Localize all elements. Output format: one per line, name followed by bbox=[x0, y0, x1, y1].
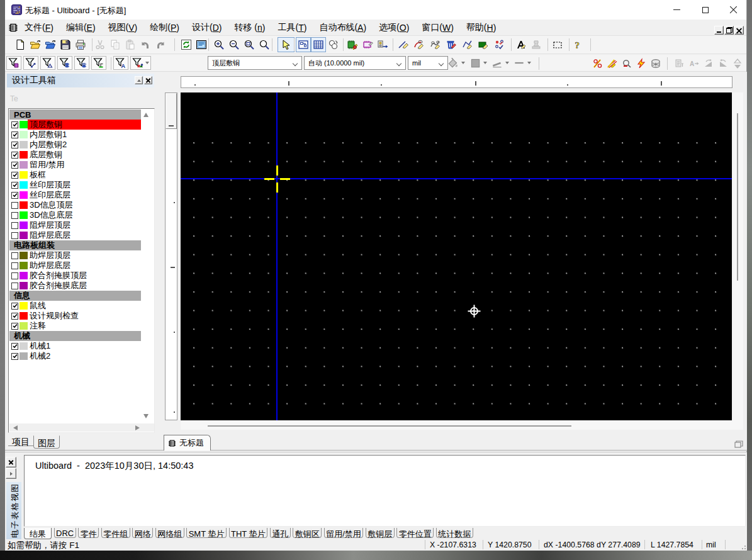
filter-text-button[interactable] bbox=[113, 56, 128, 70]
checkbox-unchecked[interactable] bbox=[11, 272, 18, 279]
menu-工具T[interactable]: 工具(T) bbox=[271, 20, 313, 35]
spreadsheet-tab-零件组[interactable]: 零件组 bbox=[101, 528, 130, 538]
rotate-cw-button[interactable] bbox=[701, 56, 716, 71]
draw-line-button[interactable] bbox=[395, 37, 412, 52]
toolbox-tab-项目[interactable]: 项目 bbox=[8, 435, 33, 446]
resize-grip[interactable] bbox=[739, 543, 746, 549]
mdi-minimize-button[interactable] bbox=[714, 26, 724, 35]
checkbox-unchecked[interactable] bbox=[11, 262, 18, 269]
layer-row[interactable]: 顶层敷铜 bbox=[9, 120, 141, 130]
trace-rules-button[interactable] bbox=[605, 56, 619, 71]
minimize-button[interactable] bbox=[663, 0, 691, 20]
menu-帮助H[interactable]: 帮助(H) bbox=[460, 20, 502, 35]
zoom-full-button[interactable] bbox=[257, 37, 272, 52]
unit-select[interactable]: mil bbox=[408, 56, 448, 70]
spreadsheet-tab-SMT 垫片[interactable]: SMT 垫片 bbox=[186, 528, 227, 538]
spreadsheet-tab-网络[interactable]: 网络 bbox=[132, 528, 153, 538]
checkbox-unchecked[interactable] bbox=[11, 252, 18, 259]
spreadsheet-tab-敷铜层[interactable]: 敷铜层 bbox=[366, 528, 395, 538]
ruler-origin-box[interactable] bbox=[166, 93, 177, 129]
checkbox-checked[interactable] bbox=[11, 152, 18, 159]
flip-vertical-button[interactable] bbox=[730, 56, 744, 71]
filter-traces-button[interactable] bbox=[23, 56, 38, 70]
checkbox-checked[interactable] bbox=[11, 353, 18, 360]
selection-rectangle-button[interactable] bbox=[550, 37, 565, 52]
pcb-view-button[interactable] bbox=[296, 37, 311, 52]
menu-文件F[interactable]: 文件(F) bbox=[18, 20, 60, 35]
scroll-down-icon[interactable] bbox=[143, 414, 149, 418]
layer-row[interactable]: 内层敷铜2 bbox=[9, 140, 141, 150]
autoroute-button[interactable] bbox=[634, 56, 648, 71]
scroll-up-icon[interactable] bbox=[143, 113, 149, 117]
filter-graphics-button[interactable] bbox=[130, 56, 151, 70]
spreadsheet-tab-统计数据[interactable]: 统计数据 bbox=[436, 528, 473, 538]
zoom-out-button[interactable] bbox=[227, 37, 242, 52]
checkbox-unchecked[interactable] bbox=[11, 222, 18, 229]
layer-row[interactable]: 板框 bbox=[9, 170, 141, 180]
maximize-button[interactable] bbox=[691, 0, 719, 20]
rotate-ccw-button[interactable] bbox=[716, 56, 730, 71]
menu-视图V[interactable]: 视图(V) bbox=[102, 20, 144, 35]
draw-polygon-button[interactable] bbox=[476, 37, 492, 52]
checkbox-checked[interactable] bbox=[11, 182, 18, 189]
spreadsheet-tab-敷铜区[interactable]: 敷铜区 bbox=[293, 528, 322, 538]
menu-设计D[interactable]: 设计(D) bbox=[186, 20, 228, 35]
draw-arc-button[interactable] bbox=[412, 37, 428, 52]
draw-polyline-button[interactable] bbox=[459, 37, 476, 52]
spreadsheet-tab-通孔[interactable]: 通孔 bbox=[270, 528, 291, 538]
spreadsheet-tab-零件位置[interactable]: 零件位置 bbox=[396, 528, 434, 538]
layer-row[interactable]: 丝印层底层 bbox=[9, 190, 141, 200]
open-samples-button[interactable] bbox=[43, 37, 58, 52]
checkbox-checked[interactable] bbox=[11, 323, 18, 330]
part-wizard-button[interactable] bbox=[345, 37, 360, 52]
filter-vias-bottom-button[interactable] bbox=[74, 56, 89, 70]
mdi-restore-button[interactable] bbox=[724, 26, 734, 35]
layer-row[interactable]: 阻焊层顶层 bbox=[9, 220, 141, 230]
menu-转移 n[interactable]: 转移 (n) bbox=[228, 20, 271, 35]
mdi-close-button[interactable] bbox=[734, 26, 744, 35]
text-tool-button[interactable] bbox=[513, 37, 529, 52]
layer-row[interactable]: 设计规则检查 bbox=[9, 311, 141, 321]
help-button[interactable] bbox=[570, 37, 585, 52]
checkbox-checked[interactable] bbox=[11, 172, 18, 179]
refresh-button[interactable] bbox=[179, 37, 194, 52]
design-check-button[interactable] bbox=[491, 37, 508, 52]
layer-row[interactable]: 留用/禁用 bbox=[9, 160, 141, 170]
menu-选项O[interactable]: 选项(O) bbox=[373, 20, 415, 35]
package-editor-button[interactable] bbox=[360, 37, 375, 52]
spreadsheet-tab-留用/禁用[interactable]: 留用/禁用 bbox=[324, 528, 364, 538]
filter-parts-button[interactable] bbox=[6, 56, 21, 70]
spreadsheet-tab-结果[interactable]: 结果 bbox=[24, 528, 52, 539]
print-button[interactable] bbox=[73, 37, 88, 52]
layer-row[interactable]: 胶合剂掩膜顶层 bbox=[9, 271, 141, 281]
net-rules-button[interactable] bbox=[590, 56, 605, 71]
place-part-button[interactable] bbox=[375, 37, 390, 52]
select-pointer-button[interactable] bbox=[278, 37, 295, 52]
new-file-button[interactable] bbox=[13, 37, 28, 52]
paste-button[interactable] bbox=[123, 37, 138, 52]
checkbox-unchecked[interactable] bbox=[11, 283, 18, 289]
layer-row[interactable]: 阻焊层底层 bbox=[9, 230, 141, 240]
layer-row[interactable]: 助焊层顶层 bbox=[9, 250, 141, 260]
scroll-left-icon[interactable] bbox=[13, 425, 18, 430]
spreadsheet-tab-网络组[interactable]: 网络组 bbox=[155, 528, 184, 538]
zoom-in-button[interactable] bbox=[211, 37, 227, 52]
layer-row[interactable]: 3D信息顶层 bbox=[9, 200, 141, 210]
checkbox-unchecked[interactable] bbox=[11, 232, 18, 239]
stamp-button[interactable] bbox=[529, 37, 544, 52]
drc-check-button[interactable] bbox=[619, 56, 634, 71]
layer-row[interactable]: 注释 bbox=[9, 321, 141, 331]
cut-button[interactable] bbox=[93, 37, 108, 52]
ratsnest-button[interactable] bbox=[326, 37, 341, 52]
fill-color-button[interactable] bbox=[447, 57, 465, 69]
layer-row[interactable]: 内层敷铜1 bbox=[9, 130, 141, 140]
spreadsheet-expand-button[interactable] bbox=[6, 468, 16, 479]
checkbox-unchecked[interactable] bbox=[11, 202, 18, 209]
menu-自动布线A[interactable]: 自动布线(A) bbox=[313, 20, 373, 35]
layer-row[interactable]: 机械2 bbox=[9, 351, 141, 361]
close-button[interactable] bbox=[719, 0, 748, 20]
checkbox-checked[interactable] bbox=[11, 192, 18, 199]
grid-toggle-button[interactable] bbox=[311, 37, 326, 52]
filter-shapes-button[interactable] bbox=[40, 56, 55, 70]
checkbox-checked[interactable] bbox=[11, 142, 18, 148]
